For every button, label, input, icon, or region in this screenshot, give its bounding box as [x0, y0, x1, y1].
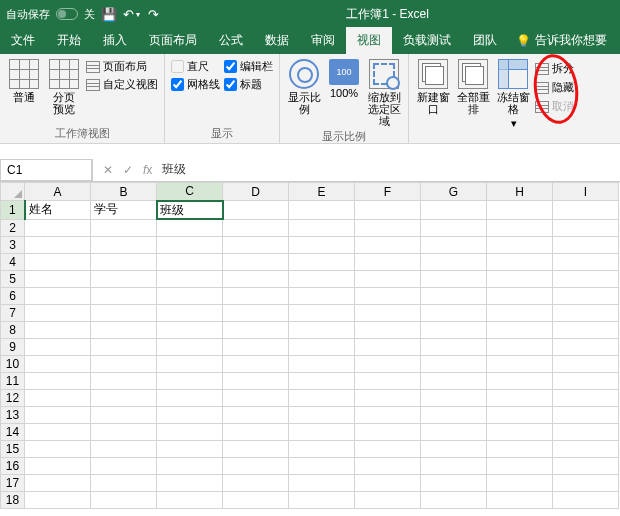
- cell-C5[interactable]: [157, 270, 223, 287]
- pagelayout-button[interactable]: 页面布局: [86, 59, 158, 74]
- cell-C11[interactable]: [157, 372, 223, 389]
- cell-E18[interactable]: [289, 491, 355, 508]
- headings-checkbox[interactable]: 标题: [224, 77, 273, 92]
- cell-E11[interactable]: [289, 372, 355, 389]
- cell-H14[interactable]: [487, 423, 553, 440]
- split-button[interactable]: 拆分: [535, 61, 574, 76]
- cell-H18[interactable]: [487, 491, 553, 508]
- cell-B2[interactable]: [91, 219, 157, 236]
- tab-home[interactable]: 开始: [46, 27, 92, 54]
- cell-I16[interactable]: [553, 457, 619, 474]
- cell-E5[interactable]: [289, 270, 355, 287]
- cell-I4[interactable]: [553, 253, 619, 270]
- formula-input[interactable]: 班级: [162, 161, 186, 178]
- cell-I15[interactable]: [553, 440, 619, 457]
- formulabar-checkbox[interactable]: 编辑栏: [224, 59, 273, 74]
- cell-G11[interactable]: [421, 372, 487, 389]
- tab-formulas[interactable]: 公式: [208, 27, 254, 54]
- cell-A2[interactable]: [25, 219, 91, 236]
- cell-B8[interactable]: [91, 321, 157, 338]
- cell-C12[interactable]: [157, 389, 223, 406]
- cell-E8[interactable]: [289, 321, 355, 338]
- cell-H17[interactable]: [487, 474, 553, 491]
- cell-A4[interactable]: [25, 253, 91, 270]
- redo-icon[interactable]: ↷: [145, 6, 161, 22]
- row-header-15[interactable]: 15: [1, 440, 25, 457]
- cell-G1[interactable]: [421, 201, 487, 220]
- fx-icon[interactable]: fx: [143, 163, 152, 177]
- autosave-toggle[interactable]: [56, 8, 78, 20]
- cell-I2[interactable]: [553, 219, 619, 236]
- cell-D5[interactable]: [223, 270, 289, 287]
- cell-D3[interactable]: [223, 236, 289, 253]
- cell-I7[interactable]: [553, 304, 619, 321]
- cell-F6[interactable]: [355, 287, 421, 304]
- cell-B13[interactable]: [91, 406, 157, 423]
- cell-F18[interactable]: [355, 491, 421, 508]
- cell-A13[interactable]: [25, 406, 91, 423]
- select-all-corner[interactable]: [1, 183, 25, 201]
- col-header-B[interactable]: B: [91, 183, 157, 201]
- cell-H5[interactable]: [487, 270, 553, 287]
- cell-G9[interactable]: [421, 338, 487, 355]
- cell-B3[interactable]: [91, 236, 157, 253]
- cell-C4[interactable]: [157, 253, 223, 270]
- spreadsheet-grid[interactable]: ABCDEFGHI 1姓名学号班级23456789101112131415161…: [0, 182, 619, 509]
- cell-F11[interactable]: [355, 372, 421, 389]
- cell-E6[interactable]: [289, 287, 355, 304]
- cell-G14[interactable]: [421, 423, 487, 440]
- cell-I18[interactable]: [553, 491, 619, 508]
- cell-C1[interactable]: 班级: [157, 201, 223, 220]
- cell-B17[interactable]: [91, 474, 157, 491]
- cell-H7[interactable]: [487, 304, 553, 321]
- cell-H9[interactable]: [487, 338, 553, 355]
- cell-D16[interactable]: [223, 457, 289, 474]
- cell-A16[interactable]: [25, 457, 91, 474]
- cell-H13[interactable]: [487, 406, 553, 423]
- cell-I12[interactable]: [553, 389, 619, 406]
- cell-G10[interactable]: [421, 355, 487, 372]
- tab-insert[interactable]: 插入: [92, 27, 138, 54]
- cell-B10[interactable]: [91, 355, 157, 372]
- cell-D10[interactable]: [223, 355, 289, 372]
- cell-F3[interactable]: [355, 236, 421, 253]
- cell-A6[interactable]: [25, 287, 91, 304]
- cell-H12[interactable]: [487, 389, 553, 406]
- cell-I17[interactable]: [553, 474, 619, 491]
- cell-D11[interactable]: [223, 372, 289, 389]
- row-header-9[interactable]: 9: [1, 338, 25, 355]
- cancel-icon[interactable]: ✕: [103, 163, 113, 177]
- cell-F15[interactable]: [355, 440, 421, 457]
- cell-A8[interactable]: [25, 321, 91, 338]
- cell-E2[interactable]: [289, 219, 355, 236]
- name-box[interactable]: [0, 159, 92, 181]
- cell-F8[interactable]: [355, 321, 421, 338]
- cell-F16[interactable]: [355, 457, 421, 474]
- cell-H10[interactable]: [487, 355, 553, 372]
- cell-F10[interactable]: [355, 355, 421, 372]
- row-header-10[interactable]: 10: [1, 355, 25, 372]
- cell-D8[interactable]: [223, 321, 289, 338]
- freeze-button[interactable]: 冻结窗格▾: [495, 57, 531, 141]
- cell-G7[interactable]: [421, 304, 487, 321]
- cell-C8[interactable]: [157, 321, 223, 338]
- row-header-6[interactable]: 6: [1, 287, 25, 304]
- row-header-8[interactable]: 8: [1, 321, 25, 338]
- cell-C10[interactable]: [157, 355, 223, 372]
- col-header-F[interactable]: F: [355, 183, 421, 201]
- cell-C18[interactable]: [157, 491, 223, 508]
- cell-I3[interactable]: [553, 236, 619, 253]
- cell-B7[interactable]: [91, 304, 157, 321]
- cell-H11[interactable]: [487, 372, 553, 389]
- col-header-C[interactable]: C: [157, 183, 223, 201]
- cell-I10[interactable]: [553, 355, 619, 372]
- cell-A14[interactable]: [25, 423, 91, 440]
- cell-G15[interactable]: [421, 440, 487, 457]
- cell-A17[interactable]: [25, 474, 91, 491]
- cell-H8[interactable]: [487, 321, 553, 338]
- gridlines-checkbox[interactable]: 网格线: [171, 77, 220, 92]
- row-header-2[interactable]: 2: [1, 219, 25, 236]
- cell-B15[interactable]: [91, 440, 157, 457]
- cell-A9[interactable]: [25, 338, 91, 355]
- cell-G8[interactable]: [421, 321, 487, 338]
